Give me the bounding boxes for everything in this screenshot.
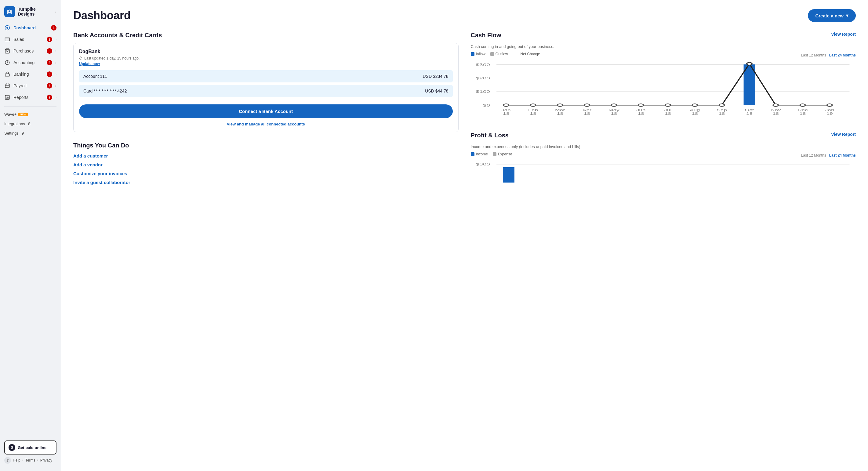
- account-amount: USD $234.78: [423, 74, 448, 79]
- purchases-icon: [4, 48, 10, 54]
- last-24-months-filter[interactable]: Last 24 Months: [829, 53, 856, 57]
- account-row-1[interactable]: Card **** **** **** 4242 USD $44.78: [79, 85, 453, 97]
- wave-plus-label: Wave+: [4, 112, 17, 117]
- company-selector[interactable]: Turnpike Designs ›: [0, 4, 61, 22]
- svg-text:May: May: [608, 108, 619, 112]
- connect-bank-button[interactable]: Connect a Bank Account: [79, 104, 453, 118]
- last-12-months-filter[interactable]: Last 12 Months: [801, 53, 826, 57]
- cashflow-section: Cash Flow View Report Cash coming in and…: [471, 32, 856, 122]
- terms-link[interactable]: Terms: [25, 458, 35, 463]
- chevron-down-icon: ›: [55, 84, 57, 88]
- cashflow-dot: [503, 104, 509, 106]
- dollar-icon: $: [8, 444, 15, 451]
- company-logo: [4, 6, 15, 17]
- chevron-down-icon: ›: [55, 37, 57, 41]
- pl-header: Profit & Loss View Report: [471, 132, 856, 143]
- svg-text:Aug: Aug: [689, 108, 700, 112]
- sidebar-item-integrations[interactable]: Integrations 8: [0, 119, 61, 128]
- svg-text:18: 18: [691, 112, 698, 115]
- manage-accounts-link[interactable]: View and manage all connected accounts: [79, 122, 453, 126]
- pl-last-12-months-filter[interactable]: Last 12 Months: [801, 153, 826, 158]
- separator: •: [22, 458, 24, 463]
- create-new-button[interactable]: Create a new ▾: [808, 9, 856, 22]
- expense-label: Expense: [498, 152, 512, 156]
- sales-icon: [4, 36, 10, 42]
- pl-chart-svg: $300: [471, 161, 856, 186]
- chevron-down-icon: ›: [55, 72, 57, 76]
- integrations-badge: 8: [28, 122, 30, 126]
- net-change-label: Net Change: [521, 52, 540, 56]
- cashflow-dot: [773, 104, 778, 106]
- cashflow-net-line: [506, 64, 830, 105]
- income-dot: [471, 152, 474, 156]
- get-paid-button[interactable]: $ Get paid online: [4, 440, 57, 454]
- pl-title: Profit & Loss: [471, 132, 509, 139]
- svg-text:Oct: Oct: [745, 108, 754, 112]
- create-new-label: Create a new: [815, 13, 844, 18]
- svg-text:$0: $0: [483, 103, 490, 107]
- add-customer-link[interactable]: Add a customer: [73, 153, 459, 158]
- bank-accounts-title: Bank Accounts & Credit Cards: [73, 32, 459, 39]
- page-title: Dashboard: [73, 9, 131, 22]
- settings-label: Settings: [4, 131, 19, 135]
- sidebar-item-accounting[interactable]: Accounting 4 ›: [0, 57, 61, 68]
- svg-rect-7: [5, 74, 9, 76]
- inflow-dot: [471, 52, 474, 56]
- right-column: Cash Flow View Report Cash coming in and…: [471, 32, 856, 186]
- cashflow-dot: [638, 104, 643, 106]
- settings-badge: 9: [22, 131, 24, 135]
- cashflow-header: Cash Flow View Report: [471, 32, 856, 43]
- svg-text:Feb: Feb: [528, 108, 538, 112]
- things-title: Things You Can Do: [73, 142, 459, 149]
- cashflow-dot: [530, 104, 535, 106]
- outflow-legend: Outflow: [490, 52, 508, 56]
- privacy-link[interactable]: Privacy: [40, 458, 52, 463]
- sidebar-item-payroll[interactable]: Payroll 6 ›: [0, 80, 61, 92]
- payroll-icon: [4, 83, 10, 89]
- sidebar-item-banking[interactable]: Banking 5 ›: [0, 68, 61, 80]
- invite-collaborator-link[interactable]: Invite a guest collaborator: [73, 180, 459, 185]
- divider: [4, 106, 57, 106]
- sidebar-item-dashboard[interactable]: Dashboard 1: [0, 22, 61, 34]
- sidebar-item-reports[interactable]: Reports 7 ›: [0, 92, 61, 103]
- svg-text:18: 18: [503, 112, 509, 115]
- cashflow-chart: $300 $200 $100 $0: [471, 61, 856, 122]
- sidebar-item-wave-plus[interactable]: Wave+ NEW: [0, 109, 61, 119]
- cashflow-dot: [611, 104, 616, 106]
- cashflow-view-report-link[interactable]: View Report: [831, 32, 856, 37]
- inflow-legend: Inflow: [471, 52, 486, 56]
- svg-text:Apr: Apr: [582, 108, 591, 112]
- clock-icon: ⏱: [79, 56, 83, 60]
- svg-text:Sep: Sep: [717, 108, 727, 112]
- svg-text:19: 19: [826, 112, 833, 115]
- cashflow-dot: [584, 104, 590, 106]
- bank-card: DagBank ⏱ Last updated 1 day, 15 hours a…: [73, 43, 459, 132]
- pl-view-report-link[interactable]: View Report: [831, 132, 856, 137]
- cashflow-description: Cash coming in and going out of your bus…: [471, 44, 856, 49]
- net-change-legend: Net Change: [513, 52, 540, 56]
- pl-chart: $300: [471, 161, 856, 186]
- bank-name: DagBank: [79, 49, 453, 54]
- update-now-link[interactable]: Update now: [79, 62, 453, 66]
- sidebar-item-label: Reports: [13, 95, 44, 100]
- svg-point-2: [6, 27, 8, 29]
- help-link[interactable]: Help: [13, 458, 21, 463]
- svg-text:$200: $200: [476, 76, 490, 80]
- add-vendor-link[interactable]: Add a vendor: [73, 162, 459, 167]
- sidebar-item-settings[interactable]: Settings 9: [0, 128, 61, 138]
- main-header: Dashboard Create a new ▾: [73, 9, 856, 22]
- svg-text:18: 18: [799, 112, 806, 115]
- sidebar-item-sales[interactable]: Sales 2 ›: [0, 34, 61, 45]
- sidebar-item-purchases[interactable]: Purchases 3 ›: [0, 45, 61, 57]
- svg-text:Jan: Jan: [501, 108, 510, 112]
- reports-badge: 7: [47, 95, 52, 100]
- cashflow-peak-dot: [747, 62, 752, 65]
- customize-invoices-link[interactable]: Customize your invoices: [73, 171, 459, 176]
- new-badge: NEW: [18, 113, 28, 116]
- bank-updated-info: ⏱ Last updated 1 day, 15 hours ago.: [79, 56, 453, 60]
- cashflow-chart-svg: $300 $200 $100 $0: [471, 61, 856, 122]
- sidebar-item-label: Accounting: [13, 60, 44, 65]
- pl-last-24-months-filter[interactable]: Last 24 Months: [829, 153, 856, 158]
- company-chevron-icon: ›: [55, 9, 57, 14]
- account-row-0[interactable]: Account 111 USD $234.78: [79, 70, 453, 83]
